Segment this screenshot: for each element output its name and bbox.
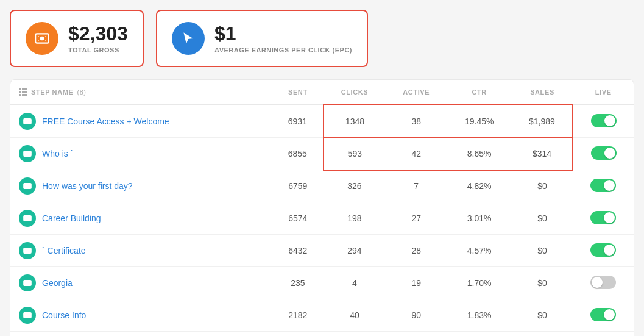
step-name-cell: How was your first day?: [10, 170, 272, 202]
sent-cell: 6759: [272, 170, 324, 202]
live-toggle[interactable]: [590, 276, 616, 289]
svg-rect-6: [19, 94, 21, 96]
table-body: FREE Course Access + Welcome 69311348381…: [10, 105, 634, 336]
live-cell[interactable]: [573, 138, 634, 170]
step-icon: [19, 274, 36, 291]
toggle-track: [591, 114, 617, 127]
step-name-link[interactable]: How was your first day?: [42, 181, 133, 191]
step-name-cell: Who is `: [10, 138, 272, 170]
live-toggle[interactable]: [590, 179, 616, 192]
step-name-cell: FREE Course Access + Welcome: [10, 105, 272, 138]
clicks-cell: 593: [324, 138, 386, 170]
list-icon: [19, 87, 27, 97]
epc-label: AVERAGE EARNINGS PER CLICK (EPC): [214, 46, 352, 54]
live-toggle[interactable]: [591, 146, 617, 160]
step-name-cell: Emily: [10, 332, 272, 337]
step-icon: [19, 242, 36, 259]
live-cell[interactable]: [573, 332, 634, 337]
live-cell[interactable]: [573, 170, 634, 202]
live-cell[interactable]: [573, 267, 634, 299]
th-step-count: (8): [77, 88, 86, 96]
live-cell[interactable]: [573, 105, 634, 138]
step-name-link[interactable]: ` Certificate: [42, 246, 86, 256]
active-cell: 19: [386, 267, 447, 299]
clicks-cell: 3: [324, 332, 386, 337]
toggle-track: [590, 211, 616, 224]
clicks-cell: 294: [324, 235, 386, 267]
toggle-thumb: [604, 245, 615, 256]
ctr-cell: 8.65%: [447, 138, 512, 170]
ctr-cell: 4.82%: [447, 170, 512, 202]
ctr-cell: 19.45%: [447, 105, 512, 138]
step-icon: [19, 145, 36, 162]
total-gross-content: $2,303 TOTAL GROSS: [68, 23, 128, 53]
live-toggle[interactable]: [590, 211, 616, 224]
epc-content: $1 AVERAGE EARNINGS PER CLICK (EPC): [214, 23, 352, 53]
active-cell: 27: [386, 202, 447, 235]
table-row: Georgia 2354191.70%$0: [10, 267, 634, 299]
step-name-cell: Career Building: [10, 202, 272, 235]
active-cell: 42: [386, 138, 447, 170]
step-name-cell: Georgia: [10, 267, 272, 299]
live-cell[interactable]: [573, 202, 634, 235]
toggle-thumb: [604, 115, 615, 126]
total-gross-value: $2,303: [68, 23, 128, 45]
clicks-cell: 198: [324, 202, 386, 235]
sent-cell: 6931: [272, 105, 324, 138]
toggle-thumb: [592, 277, 603, 288]
active-cell: 7: [386, 170, 447, 202]
ctr-cell: 3.03%: [447, 332, 512, 337]
epc-value: $1: [214, 23, 352, 45]
clicks-cell: 4: [324, 267, 386, 299]
top-cards: $2,303 TOTAL GROSS $1 AVERAGE EARNINGS P…: [10, 10, 634, 67]
sales-cell: $314: [512, 138, 573, 170]
toggle-thumb: [604, 212, 615, 223]
live-cell[interactable]: [573, 235, 634, 267]
sent-cell: 99: [272, 332, 324, 337]
live-toggle[interactable]: [590, 243, 616, 257]
live-toggle[interactable]: [591, 114, 617, 127]
step-name-link[interactable]: Course Info: [42, 310, 86, 320]
svg-rect-4: [19, 91, 21, 93]
table-row: Course Info 218240901.83%$0: [10, 299, 634, 332]
step-name-link[interactable]: FREE Course Access + Welcome: [42, 116, 169, 126]
toggle-thumb: [604, 148, 615, 159]
clicks-cell: 326: [324, 170, 386, 202]
step-icon: [19, 307, 36, 324]
step-icon: [19, 113, 36, 130]
steps-table-container: STEP NAME (8) SENT CLICKS ACTIVE CTR SAL…: [10, 79, 634, 336]
step-name-link[interactable]: Georgia: [42, 278, 73, 288]
th-clicks: CLICKS: [324, 80, 386, 105]
sales-cell: $0: [512, 299, 573, 332]
svg-rect-3: [22, 88, 27, 90]
step-name-link[interactable]: Who is `: [42, 149, 73, 159]
table-header-row: STEP NAME (8) SENT CLICKS ACTIVE CTR SAL…: [10, 80, 634, 105]
active-cell: 90: [386, 299, 447, 332]
sales-cell: $0: [512, 235, 573, 267]
sent-cell: 6432: [272, 235, 324, 267]
table-row: Emily 993893.03%$0: [10, 332, 634, 337]
toggle-track: [590, 308, 616, 321]
sent-cell: 235: [272, 267, 324, 299]
sent-cell: 6574: [272, 202, 324, 235]
live-toggle[interactable]: [590, 308, 616, 321]
sent-cell: 6855: [272, 138, 324, 170]
table-row: ` Certificate 6432294284.57%$0: [10, 235, 634, 267]
active-cell: 89: [386, 332, 447, 337]
live-cell[interactable]: [573, 299, 634, 332]
step-name-link[interactable]: Career Building: [42, 213, 101, 223]
th-step-name: STEP NAME (8): [10, 80, 272, 105]
table-row: FREE Course Access + Welcome 69311348381…: [10, 105, 634, 138]
sent-cell: 2182: [272, 299, 324, 332]
clicks-cell: 40: [324, 299, 386, 332]
sales-cell: $0: [512, 332, 573, 337]
clicks-cell: 1348: [324, 105, 386, 138]
active-cell: 28: [386, 235, 447, 267]
step-name-cell: Course Info: [10, 299, 272, 332]
sales-cell: $0: [512, 267, 573, 299]
ctr-cell: 1.83%: [447, 299, 512, 332]
toggle-track: [590, 276, 616, 289]
active-cell: 38: [386, 105, 447, 138]
ctr-cell: 3.01%: [447, 202, 512, 235]
sales-cell: $0: [512, 202, 573, 235]
